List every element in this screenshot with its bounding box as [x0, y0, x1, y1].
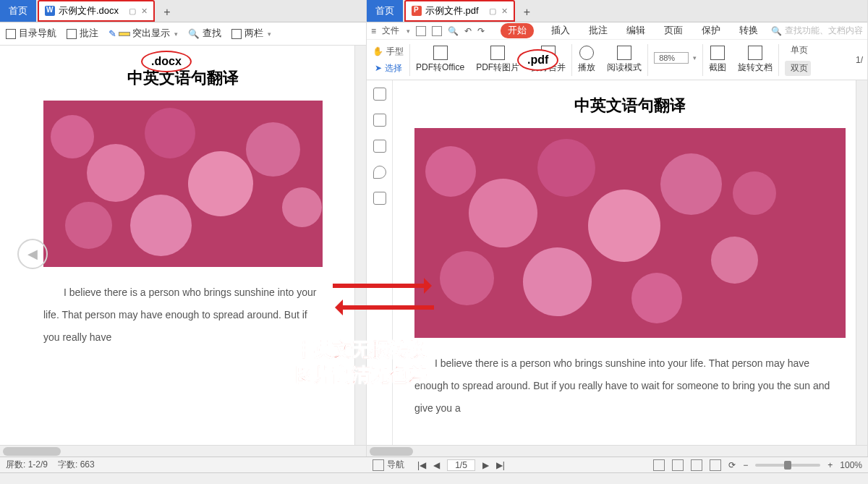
tab-present-icon[interactable]: ▢ — [489, 7, 496, 15]
save-icon[interactable] — [416, 26, 426, 36]
word-count: 字数: 663 — [58, 459, 95, 471]
menu-search[interactable]: 🔍 查找功能、文档内容 — [771, 25, 867, 37]
status-bar-left: 屏数: 1-2/9 字数: 663 — [0, 457, 367, 472]
tab-convert[interactable]: 转换 — [738, 23, 760, 38]
annotate-button[interactable]: 批注 — [67, 27, 98, 40]
image-panel-icon[interactable] — [373, 114, 386, 127]
hand-icon: ✋ — [373, 46, 383, 56]
doc-tab-left[interactable]: 示例文件.docx ▢ ✕ — [38, 0, 155, 22]
first-page-button[interactable]: |◀ — [417, 460, 426, 470]
zoom-out-button[interactable]: − — [743, 460, 748, 470]
tab-start[interactable]: 开始 — [501, 23, 534, 38]
book-icon — [617, 46, 631, 60]
last-page-button[interactable]: ▶| — [496, 460, 505, 470]
add-tab-right[interactable]: + — [524, 6, 530, 22]
scroll-thumb[interactable] — [3, 447, 61, 456]
word-pane: 首页 示例文件.docx ▢ ✕ + 目录导航 批注 ✎突出显示▾ 🔍查找 两栏… — [0, 0, 367, 457]
doc-area-right: 中英文语句翻译 I believe there is a person who … — [367, 80, 867, 457]
cursor-icon: ➤ — [375, 63, 382, 73]
nav-label[interactable]: 导航 — [387, 459, 404, 471]
page-indicator-top: 1/ — [856, 55, 867, 65]
single-page[interactable]: 单页 — [788, 44, 808, 56]
play-button[interactable]: 播放 — [572, 46, 601, 74]
print-icon[interactable] — [432, 26, 442, 36]
two-column-button[interactable]: 两栏▾ — [231, 27, 271, 40]
doc-title-left: 中英文语句翻译 — [43, 67, 323, 89]
vscroll-right[interactable] — [856, 80, 867, 445]
pdf-to-office[interactable]: PDF转Office — [410, 46, 470, 74]
read-mode[interactable]: 阅读模式 — [601, 46, 647, 74]
signature-icon[interactable] — [373, 192, 386, 205]
hand-tool[interactable]: ✋手型 — [373, 46, 404, 58]
chevron-down-icon[interactable]: ▾ — [268, 30, 271, 38]
nav-icon — [6, 29, 16, 39]
doc-body-left: I believe there is a person who brings s… — [43, 281, 323, 348]
tab-close-icon[interactable]: ✕ — [501, 7, 508, 15]
page-input[interactable]: 1/5 — [447, 459, 475, 471]
overlay-caption: 中英文无损转换 图片高清无色差 — [295, 337, 427, 388]
chevron-down-icon[interactable]: ▾ — [174, 30, 178, 38]
zoom-knob[interactable] — [784, 461, 791, 470]
find-button[interactable]: 🔍查找 — [188, 27, 221, 40]
pdf-pane: 首页 示例文件.pdf ▢ ✕ + ≡ 文件▾ 🔍 ↶ ↷ — [367, 0, 868, 457]
status-bar-right: 导航 |◀ ◀ 1/5 ▶ ▶| ⟳ − + 100% — [367, 457, 868, 472]
ext-annotation-right: .pdf — [517, 49, 558, 71]
nav-toggle-icon[interactable] — [373, 459, 384, 471]
tab-edit[interactable]: 编辑 — [625, 23, 647, 38]
home-tab-left[interactable]: 首页 — [0, 0, 36, 22]
tab-present-icon[interactable]: ▢ — [129, 7, 136, 15]
tab-page[interactable]: 页面 — [663, 23, 684, 38]
doc-tab-title-right: 示例文件.pdf — [425, 4, 479, 17]
left-tabbar: 首页 示例文件.docx ▢ ✕ + — [0, 0, 366, 22]
next-page-button[interactable]: ▶ — [482, 460, 489, 470]
tab-annotate[interactable]: 批注 — [587, 23, 609, 38]
rotate-icon — [748, 46, 762, 60]
zoom-combo[interactable]: 88%▾ — [654, 52, 697, 64]
hscroll-left[interactable] — [0, 445, 366, 457]
comment-panel-icon[interactable] — [373, 140, 386, 153]
tab-close-icon[interactable]: ✕ — [141, 7, 148, 15]
zoom-in-button[interactable]: + — [827, 460, 833, 470]
view-mode-1-icon[interactable] — [672, 459, 684, 471]
file-menu[interactable]: 文件 — [382, 25, 399, 37]
select-tool[interactable]: ➤选择 — [375, 62, 402, 75]
hscroll-right[interactable] — [367, 445, 867, 457]
pdf-icon — [412, 6, 422, 16]
view-mode-3-icon[interactable] — [710, 459, 721, 471]
search-icon: 🔍 — [188, 28, 200, 39]
screenshot-button[interactable]: 截图 — [703, 46, 732, 74]
zoom-slider[interactable] — [755, 464, 820, 467]
doc-title-right: 中英文语句翻译 — [414, 95, 846, 116]
attachment-icon[interactable] — [373, 166, 386, 179]
doc-tab-right[interactable]: 示例文件.pdf ▢ ✕ — [404, 0, 515, 22]
bookmark-icon[interactable] — [373, 88, 386, 101]
pdf2office-icon — [433, 46, 448, 60]
zoom-label: 100% — [840, 460, 862, 470]
nav-button[interactable]: 目录导航 — [6, 27, 56, 40]
view-mode-2-icon[interactable] — [691, 459, 702, 471]
play-icon — [579, 46, 594, 60]
search-quick-icon[interactable]: 🔍 — [448, 26, 459, 36]
tab-controls-right: ▢ ✕ — [486, 7, 508, 16]
menu-icon[interactable]: ≡ — [371, 26, 376, 36]
prev-slide-button[interactable]: ◀ — [17, 239, 48, 269]
eye-icon[interactable] — [653, 459, 665, 471]
fit-icon[interactable]: ⟳ — [728, 460, 736, 470]
right-tabbar: 首页 示例文件.pdf ▢ ✕ + — [367, 0, 867, 22]
redo-icon[interactable]: ↷ — [477, 26, 485, 36]
search-icon: 🔍 — [771, 26, 782, 36]
left-toolbar: 目录导航 批注 ✎突出显示▾ 🔍查找 两栏▾ — [0, 22, 366, 46]
double-page[interactable]: 双页 — [785, 61, 811, 76]
flower-image-left — [43, 101, 323, 267]
prev-page-button[interactable]: ◀ — [433, 460, 440, 470]
rotate-button[interactable]: 旋转文档 — [732, 46, 778, 74]
tab-protect[interactable]: 保护 — [700, 23, 722, 38]
home-tab-right[interactable]: 首页 — [367, 0, 403, 22]
undo-icon[interactable]: ↶ — [464, 26, 472, 36]
add-tab-left[interactable]: + — [163, 6, 170, 22]
tab-insert[interactable]: 插入 — [550, 23, 571, 38]
crop-icon — [710, 46, 725, 60]
highlight-button[interactable]: ✎突出显示▾ — [109, 27, 178, 40]
quick-access: ≡ 文件▾ 🔍 ↶ ↷ — [367, 25, 489, 37]
scroll-thumb[interactable] — [370, 447, 413, 456]
